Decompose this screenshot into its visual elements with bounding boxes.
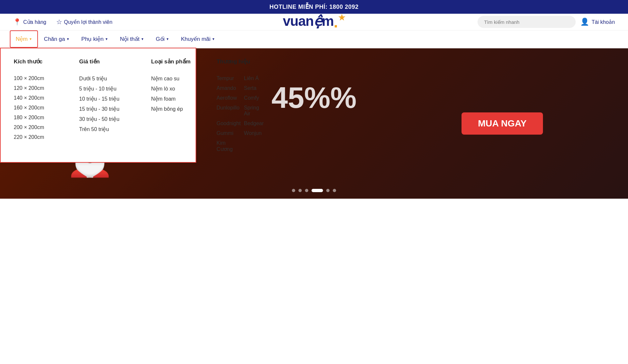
brand-dunlopillo[interactable]: Dunlopillo [217, 105, 241, 117]
price-under5[interactable]: Dưới 5 triệu [79, 75, 151, 82]
brand-wonjun[interactable]: Wonjun [244, 130, 264, 136]
nav-label-goi: Gối [156, 36, 165, 42]
dropdown-col-brand: Thương hiệu Tempur Liên Á Amando Serta A… [217, 58, 264, 152]
nav-item-goi[interactable]: Gối ▼ [150, 30, 175, 48]
brand-aeroflow[interactable]: Aeroflow [217, 95, 241, 101]
size-200[interactable]: 200 × 200cm [14, 124, 79, 130]
nav-caret-khuyenmai: ▼ [212, 37, 215, 41]
brand-tempur[interactable]: Tempur [217, 75, 241, 81]
brand-goodnight[interactable]: Goodnight [217, 121, 241, 126]
brand-comfy[interactable]: Comfy [244, 95, 264, 101]
nav: Nệm ▼ Chăn ga ▼ Phụ kiện ▼ Nội thất ▼ Gố… [0, 30, 628, 48]
price-30-50[interactable]: 30 triệu - 50 triệu [79, 116, 151, 122]
hero-percent-text: 45%% [271, 81, 357, 115]
dot-5[interactable] [326, 189, 330, 192]
nav-caret-changa: ▼ [66, 37, 70, 41]
brand-bedgear[interactable]: Bedgear [244, 121, 264, 126]
size-220[interactable]: 220 × 200cm [14, 134, 79, 140]
price-5-10[interactable]: 5 triệu - 10 triệu [79, 86, 151, 92]
brand-kimcuong[interactable]: Kim Cương [217, 140, 241, 152]
mua-ngay-label: MUA NGAY [478, 118, 527, 128]
dot-4-active[interactable] [312, 189, 323, 192]
brand-serta[interactable]: Serta [244, 85, 264, 91]
brand-gummi[interactable]: Gummi [217, 130, 241, 136]
nav-item-khuyenmai[interactable]: Khuyến mãi ▼ [175, 30, 221, 48]
hotline-text: HOTLINE MIỄN PHÍ: 1800 2092 [270, 4, 359, 10]
dropdown-grid: Kích thước 100 × 200cm 120 × 200cm 140 ×… [14, 58, 183, 152]
brand-amando[interactable]: Amando [217, 85, 241, 91]
dropdown-col-size: Kích thước 100 × 200cm 120 × 200cm 140 ×… [14, 58, 79, 152]
nav-label-nem: Nệm [16, 36, 27, 42]
size-100[interactable]: 100 × 200cm [14, 75, 79, 81]
dropdown-col-type: Loại sản phẩm Nệm cao su Nệm lò xo Nệm f… [151, 58, 217, 152]
nav-label-phukien: Phụ kiện [81, 36, 104, 42]
dropdown-menu: Kích thước 100 × 200cm 120 × 200cm 140 ×… [0, 48, 196, 163]
type-caosu[interactable]: Nệm cao su [151, 75, 217, 82]
store-link[interactable]: 📍 Cửa hàng [13, 18, 46, 26]
nav-item-noithat[interactable]: Nội thất ▼ [114, 30, 150, 48]
dot-2[interactable] [299, 189, 302, 192]
logo[interactable]: vuanệm.★ [283, 13, 345, 31]
star-icon: ☆ [56, 18, 62, 26]
size-120[interactable]: 120 × 200cm [14, 85, 79, 91]
size-140[interactable]: 140 × 200cm [14, 95, 79, 101]
dot-1[interactable] [292, 189, 295, 192]
logo-text: vuanệm.★ [283, 13, 345, 29]
nav-label-khuyenmai: Khuyến mãi [181, 36, 210, 42]
price-15-30[interactable]: 15 triệu - 30 triệu [79, 106, 151, 112]
type-foam[interactable]: Nệm foam [151, 96, 217, 102]
carousel-dots [292, 189, 336, 192]
nav-caret-goi: ▼ [166, 37, 169, 41]
price-over50[interactable]: Trên 50 triệu [79, 126, 151, 132]
nav-caret-nem: ▼ [29, 37, 32, 41]
mua-ngay-button[interactable]: MUA NGAY [462, 112, 543, 135]
dot-6[interactable] [333, 189, 336, 192]
location-icon: 📍 [13, 18, 21, 26]
account-link[interactable]: 👤 Tài khoản [580, 18, 615, 26]
type-loxo[interactable]: Nệm lò xo [151, 86, 217, 92]
size-180[interactable]: 180 × 200cm [14, 115, 79, 121]
dropdown-col-price: Giá tiền Dưới 5 triệu 5 triệu - 10 triệu… [79, 58, 151, 152]
membership-link[interactable]: ☆ Quyền lợi thành viên [56, 18, 113, 26]
price-header: Giá tiền [79, 58, 151, 65]
size-160[interactable]: 160 × 200cm [14, 105, 79, 111]
nav-item-nem[interactable]: Nệm ▼ [10, 30, 38, 48]
size-header: Kích thước [14, 58, 79, 65]
search-input[interactable] [478, 16, 576, 28]
top-banner: HOTLINE MIỄN PHÍ: 1800 2092 [0, 0, 628, 14]
dot-3[interactable] [305, 189, 308, 192]
header: 📍 Cửa hàng ☆ Quyền lợi thành viên vuanệm… [0, 14, 628, 30]
nav-item-changa[interactable]: Chăn ga ▼ [38, 31, 75, 48]
nav-label-noithat: Nội thất [120, 36, 140, 42]
membership-label: Quyền lợi thành viên [64, 19, 113, 25]
brand-grid: Tempur Liên Á Amando Serta Aeroflow Comf… [217, 75, 264, 152]
brand-liena[interactable]: Liên Á [244, 75, 264, 81]
type-bongep[interactable]: Nệm bông ép [151, 106, 217, 112]
brand-header: Thương hiệu [217, 58, 264, 65]
account-icon: 👤 [580, 18, 589, 26]
account-label: Tài khoản [592, 19, 615, 25]
nav-item-phukien[interactable]: Phụ kiện ▼ [76, 30, 114, 48]
brand-springair[interactable]: Spring Air [244, 105, 264, 117]
nav-caret-phukien: ▼ [105, 37, 108, 41]
store-label: Cửa hàng [23, 19, 46, 25]
price-10-15[interactable]: 10 triệu - 15 triệu [79, 96, 151, 102]
nav-label-changa: Chăn ga [44, 36, 65, 42]
type-header: Loại sản phẩm [151, 58, 217, 65]
nav-caret-noithat: ▼ [141, 37, 144, 41]
